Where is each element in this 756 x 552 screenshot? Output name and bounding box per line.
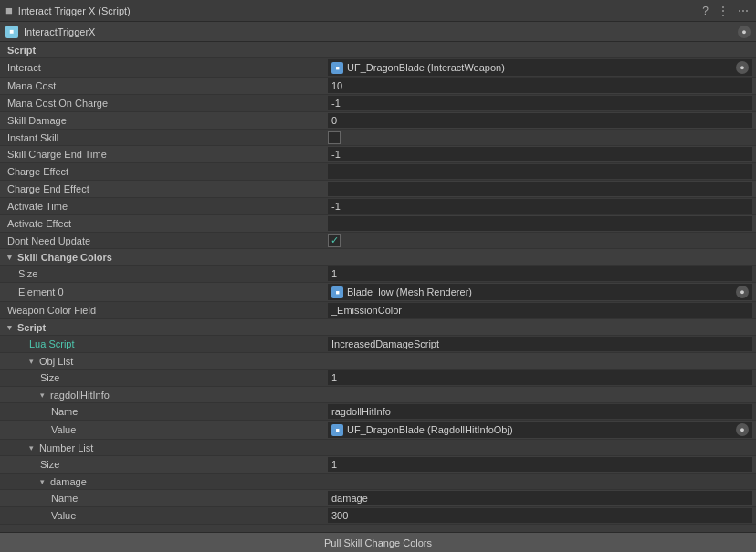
ragdoll-value-value[interactable]: ■ UF_DragonBlade (RagdollHitInfoObj) ● [324, 421, 756, 439]
menu-button[interactable]: ⋯ [736, 5, 751, 17]
instant-skill-value[interactable] [324, 130, 756, 145]
window-title: Interact Trigger X (Script) [18, 5, 131, 16]
scc-element0-value[interactable]: ■ Blade_low (Mesh Renderer) ● [324, 283, 756, 301]
component-icon: ■ [5, 4, 13, 17]
mana-cost-on-charge-value[interactable] [324, 95, 756, 111]
damage-value-row: Value [0, 507, 756, 525]
interact-value[interactable]: ■ UF_DragonBlade (InteractWeapon) ● [324, 58, 756, 77]
obj-size-row: Size [0, 370, 756, 387]
ragdoll-object-ref[interactable]: ■ UF_DragonBlade (RagdollHitInfoObj) ● [328, 422, 752, 438]
damage-value-value[interactable] [324, 507, 756, 524]
title-bar-icons: ? ⋮ ⋯ [700, 5, 751, 17]
damage-section-row[interactable]: ▾ damage [0, 474, 756, 490]
ragdoll-name-value[interactable] [324, 403, 756, 420]
obj-list-row[interactable]: ▾ Obj List [0, 353, 756, 370]
activate-effect-value[interactable] [324, 215, 756, 232]
obj-list-value [324, 360, 756, 362]
dont-need-update-checkbox[interactable]: ✓ [328, 234, 341, 247]
rows-container: Script Interact ■ UF_DragonBlade (Intera… [0, 42, 756, 532]
obj-list-label: ▾ Obj List [0, 355, 324, 368]
scc-size-value[interactable] [324, 266, 756, 282]
script-label: Script [0, 44, 324, 57]
dont-need-update-value[interactable]: ✓ [324, 234, 756, 248]
dont-need-update-label: Dont Need Update [0, 234, 324, 247]
mana-cost-value[interactable] [324, 78, 756, 94]
mana-cost-on-charge-input[interactable] [328, 96, 752, 110]
charge-end-effect-input[interactable] [328, 182, 752, 196]
scc-label-text: Skill Change Colors [17, 252, 112, 263]
ragdoll-value-row: Value ■ UF_DragonBlade (RagdollHitInfoOb… [0, 421, 756, 440]
damage-value-input[interactable] [328, 508, 752, 523]
title-bar-left: ■ Interact Trigger X (Script) [5, 4, 131, 17]
script-section2-row[interactable]: ▾ Script [0, 319, 756, 336]
number-list-row[interactable]: ▾ Number List [0, 440, 756, 456]
mana-cost-label: Mana Cost [0, 79, 324, 92]
mana-cost-input[interactable] [328, 78, 752, 93]
skill-change-colors-row[interactable]: ▾ Skill Change Colors [0, 249, 756, 266]
ragdoll-name-row: Name [0, 403, 756, 421]
obj-size-value[interactable] [324, 370, 756, 386]
activate-time-value[interactable] [324, 198, 756, 214]
script-value [324, 49, 756, 51]
activate-effect-label: Activate Effect [0, 217, 324, 230]
skill-charge-end-time-input[interactable] [328, 147, 752, 161]
element0-object-ref[interactable]: ■ Blade_low (Mesh Renderer) ● [328, 284, 752, 300]
activate-effect-input[interactable] [328, 216, 752, 231]
charge-effect-row: Charge Effect [0, 163, 756, 181]
damage-name-input[interactable] [328, 491, 752, 505]
num-size-input[interactable] [328, 457, 752, 472]
interact-row: Interact ■ UF_DragonBlade (InteractWeapo… [0, 58, 756, 78]
obj-size-input[interactable] [328, 370, 752, 385]
interact-object-ref[interactable]: ■ UF_DragonBlade (InteractWeapon) ● [328, 59, 752, 76]
skill-charge-end-time-value[interactable] [324, 146, 756, 162]
element0-ref-select[interactable]: ● [736, 286, 749, 298]
charge-effect-label: Charge Effect [0, 165, 324, 178]
inspector-close-button[interactable]: ● [738, 26, 751, 38]
damage-section-value [324, 481, 756, 483]
skill-charge-end-time-label: Skill Charge End Time [0, 148, 324, 161]
script-section2-value [324, 327, 756, 328]
settings-button[interactable]: ⋮ [716, 5, 730, 17]
weapon-color-field-input[interactable] [328, 303, 752, 318]
weapon-color-field-value[interactable] [324, 302, 756, 318]
activate-time-row: Activate Time [0, 198, 756, 215]
scc-size-input[interactable] [328, 266, 752, 281]
charge-effect-value[interactable] [324, 163, 756, 180]
ragdoll-hit-info-text: ragdollHitInfo [50, 390, 110, 401]
activate-time-label: Activate Time [0, 200, 324, 213]
element0-ref-text: Blade_low (Mesh Renderer) [347, 286, 472, 297]
ragdoll-name-label: Name [0, 405, 324, 418]
skill-damage-value[interactable] [324, 112, 756, 129]
ragdoll-obj-icon: ■ [331, 424, 343, 436]
ragdoll-hit-info-row[interactable]: ▾ ragdollHitInfo [0, 387, 756, 403]
charge-effect-input[interactable] [328, 164, 752, 179]
weapon-color-field-label: Weapon Color Field [0, 304, 324, 317]
obj-list-text: Obj List [39, 356, 73, 367]
mana-cost-on-charge-label: Mana Cost On Charge [0, 97, 324, 109]
inspector-script-name: InteractTriggerX [24, 26, 95, 37]
skill-damage-input[interactable] [328, 113, 752, 128]
ragdoll-ref-select[interactable]: ● [736, 423, 749, 436]
ragdoll-ref-text: UF_DragonBlade (RagdollHitInfoObj) [347, 424, 513, 435]
script-triangle: ▾ [7, 323, 12, 332]
lua-script-value[interactable] [324, 336, 756, 352]
instant-skill-row: Instant Skill [0, 130, 756, 146]
damage-section-text: damage [50, 476, 87, 487]
interact-label: Interact [0, 61, 324, 74]
interact-ref-select[interactable]: ● [736, 61, 749, 74]
instant-skill-checkbox[interactable] [328, 131, 341, 144]
number-list-triangle: ▾ [29, 443, 34, 453]
element0-obj-icon: ■ [331, 286, 343, 298]
pull-skill-change-colors-button[interactable]: Pull Skill Change Colors [0, 532, 756, 552]
lua-script-input[interactable] [328, 337, 752, 351]
num-size-value[interactable] [324, 456, 756, 473]
ragdoll-name-input[interactable] [328, 404, 752, 419]
script-section-row: Script [0, 42, 756, 58]
interact-ref-label: ■ UF_DragonBlade (InteractWeapon) [331, 62, 505, 74]
damage-name-value[interactable] [324, 490, 756, 506]
scc-element0-label: Element 0 [0, 286, 324, 298]
help-button[interactable]: ? [700, 5, 710, 17]
charge-end-effect-value[interactable] [324, 181, 756, 197]
activate-time-input[interactable] [328, 199, 752, 214]
script-section2-label: ▾ Script [0, 321, 324, 334]
